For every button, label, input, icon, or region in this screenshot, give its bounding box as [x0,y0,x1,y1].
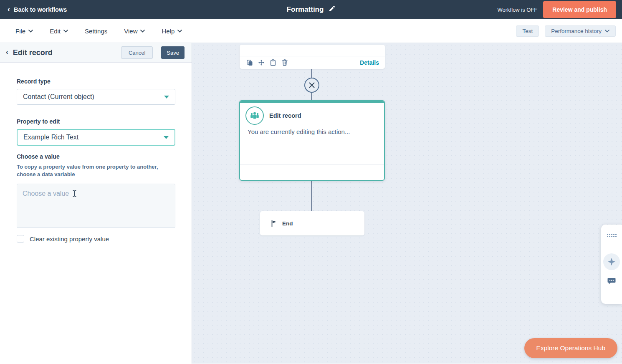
panel-title: Edit record [13,48,53,57]
end-node-label: End [282,220,293,227]
action-card-divider [240,164,384,165]
edit-title-pencil-icon[interactable] [329,5,335,14]
chevron-down-icon [63,30,68,33]
edit-record-action-card[interactable]: Edit record You are currently editing th… [239,100,385,181]
chevron-down-icon [28,30,33,33]
back-to-workflows-link[interactable]: ‹ Back to workflows [8,6,67,13]
canvas-side-toolbar [601,225,622,304]
details-link[interactable]: Details [360,59,379,66]
move-icon[interactable] [258,59,265,66]
trigger-card-partial[interactable]: Details [240,45,385,69]
edit-record-contacts-icon [245,106,264,125]
action-toolbar: Details [240,56,385,69]
menu-file[interactable]: File [15,28,33,35]
top-navbar: ‹ Back to workflows Formatting Workflow … [0,0,622,19]
menu-bar: File Edit Settings View Help Test Perfor… [0,19,622,43]
menu-file-label: File [15,28,25,35]
sparkle-icon [607,257,616,266]
minimap-icon[interactable] [607,234,617,237]
end-node-card[interactable]: End [260,211,364,235]
selected-card-topbar [240,101,384,103]
caret-down-icon [164,96,169,99]
cancel-button[interactable]: Cancel [121,46,153,59]
clear-existing-value-label: Clear existing property value [30,235,109,243]
clipboard-icon[interactable] [270,59,276,66]
comments-button[interactable] [607,278,616,286]
panel-header: ‹ Edit record Cancel Save [0,43,192,63]
clear-existing-value-checkbox[interactable] [17,235,24,243]
test-button[interactable]: Test [516,25,539,37]
chevron-down-icon [140,30,145,33]
review-and-publish-button[interactable]: Review and publish [543,1,616,18]
connector-line [311,181,312,212]
workflow-title: Formatting [287,5,324,14]
panel-back-chevron-icon[interactable]: ‹ [6,48,8,56]
comment-bubble-icon [607,278,616,285]
menu-settings[interactable]: Settings [85,28,107,35]
chevron-down-icon [605,30,609,33]
property-to-edit-select[interactable]: Example Rich Text [17,129,175,146]
property-to-edit-label: Property to edit [17,118,175,125]
choose-value-help-text: To copy a property value from one proper… [17,163,174,178]
close-insert-node-button[interactable] [304,78,319,93]
choose-value-label: Choose a value [17,153,175,160]
choose-value-textarea[interactable]: Choose a value [17,184,175,228]
explore-operations-hub-button[interactable]: Explore Operations Hub [524,338,617,358]
x-icon [308,82,315,88]
back-to-workflows-label: Back to workflows [14,6,67,13]
property-to-edit-value: Example Rich Text [23,134,78,141]
menu-help[interactable]: Help [162,28,182,35]
menu-help-label: Help [162,28,174,35]
text-cursor-icon [72,190,77,197]
toolbar-divider [601,246,622,246]
record-type-label: Record type [17,78,175,85]
chevron-left-icon: ‹ [8,5,10,13]
record-type-value: Contact (Current object) [23,93,94,101]
workflow-status-text: Workflow is OFF [497,7,537,13]
delete-icon[interactable] [281,59,288,66]
action-card-body-text: You are currently editing this action... [248,128,350,135]
edit-record-panel: ‹ Edit record Cancel Save Record type Co… [0,43,192,364]
performance-history-label: Performance history [551,28,602,34]
menu-edit[interactable]: Edit [50,28,68,35]
menu-view[interactable]: View [124,28,145,35]
performance-history-button[interactable]: Performance history [545,25,616,37]
clear-existing-value-row[interactable]: Clear existing property value [17,235,175,243]
save-button[interactable]: Save [161,46,185,59]
ai-assistant-button[interactable] [603,253,620,270]
flag-icon [271,220,277,227]
choose-value-placeholder: Choose a value [23,190,69,197]
workflow-canvas[interactable]: Details Edit record You ar [192,43,622,364]
chevron-down-icon [177,30,182,33]
test-button-label: Test [522,28,533,34]
action-card-title: Edit record [269,112,301,119]
clone-icon[interactable] [246,59,253,66]
caret-down-icon [164,136,169,139]
menu-edit-label: Edit [50,28,61,35]
menu-view-label: View [124,28,137,35]
record-type-select[interactable]: Contact (Current object) [17,89,175,105]
menu-settings-label: Settings [85,28,107,35]
